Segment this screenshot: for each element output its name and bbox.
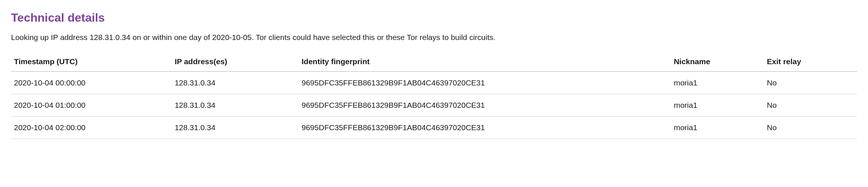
cell-nickname: moria1 [671, 72, 764, 94]
cell-timestamp: 2020-10-04 01:00:00 [11, 94, 172, 117]
table-header-row: Timestamp (UTC) IP address(es) Identity … [11, 53, 857, 72]
col-header-ip: IP address(es) [172, 53, 299, 72]
cell-timestamp: 2020-10-04 00:00:00 [11, 72, 172, 94]
lookup-description: Looking up IP address 128.31.0.34 on or … [11, 32, 857, 43]
relay-table: Timestamp (UTC) IP address(es) Identity … [11, 53, 857, 139]
cell-fingerprint: 9695DFC35FFEB861329B9F1AB04C46397020CE31 [299, 94, 671, 117]
cell-exit: No [764, 117, 857, 139]
cell-ip: 128.31.0.34 [172, 117, 299, 139]
cell-exit: No [764, 94, 857, 117]
cell-exit: No [764, 72, 857, 94]
col-header-fingerprint: Identity fingerprint [299, 53, 671, 72]
table-row: 2020-10-04 02:00:00 128.31.0.34 9695DFC3… [11, 117, 857, 139]
cell-fingerprint: 9695DFC35FFEB861329B9F1AB04C46397020CE31 [299, 72, 671, 94]
col-header-nickname: Nickname [671, 53, 764, 72]
cell-ip: 128.31.0.34 [172, 94, 299, 117]
cell-nickname: moria1 [671, 94, 764, 117]
cell-fingerprint: 9695DFC35FFEB861329B9F1AB04C46397020CE31 [299, 117, 671, 139]
col-header-exit: Exit relay [764, 53, 857, 72]
table-row: 2020-10-04 00:00:00 128.31.0.34 9695DFC3… [11, 72, 857, 94]
col-header-timestamp: Timestamp (UTC) [11, 53, 172, 72]
cell-ip: 128.31.0.34 [172, 72, 299, 94]
section-heading: Technical details [11, 11, 857, 25]
cell-timestamp: 2020-10-04 02:00:00 [11, 117, 172, 139]
cell-nickname: moria1 [671, 117, 764, 139]
table-row: 2020-10-04 01:00:00 128.31.0.34 9695DFC3… [11, 94, 857, 117]
